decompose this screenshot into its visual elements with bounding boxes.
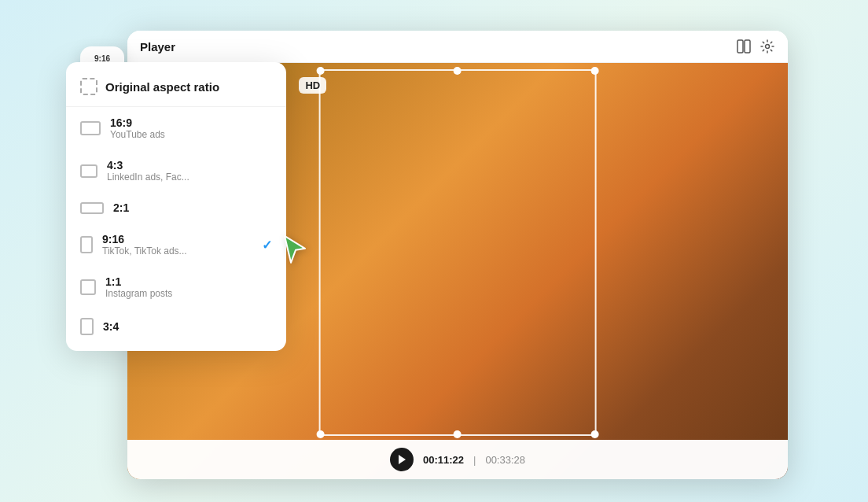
player-title: Player [140, 40, 175, 54]
ratio-icon-9-16 [80, 236, 93, 253]
svg-point-2 [766, 45, 770, 49]
ratio-label-4-3: 4:3 [107, 159, 272, 172]
hd-badge: HD [299, 77, 326, 94]
ratio-label-1-1: 1:1 [105, 275, 272, 288]
selected-checkmark: ✓ [262, 238, 272, 253]
ratio-icon-4-3 [80, 164, 97, 178]
play-button[interactable] [390, 448, 414, 471]
dropdown-header: Original aspect ratio [66, 68, 286, 107]
ratio-label-16-9: 16:9 [110, 116, 272, 129]
ratio-item-4-3[interactable]: 4:3 LinkedIn ads, Fac... [66, 149, 286, 192]
crop-corner-tl[interactable] [317, 67, 325, 75]
dropdown-header-text: Original aspect ratio [105, 80, 219, 94]
player-controls: 00:11:22 | 00:33:28 [127, 440, 788, 479]
ratio-text-16-9: 16:9 YouTube ads [110, 116, 272, 140]
ratio-desc-1-1: Instagram posts [105, 288, 272, 299]
ratio-label-2-1: 2:1 [113, 201, 272, 214]
time-divider: | [473, 454, 476, 466]
ratio-item-16-9[interactable]: 16:9 YouTube ads [66, 107, 286, 149]
ratio-desc-4-3: LinkedIn ads, Fac... [107, 172, 272, 183]
time-total: 00:33:28 [485, 454, 525, 466]
crop-corner-tr[interactable] [590, 67, 598, 75]
player-titlebar: Player [127, 31, 788, 63]
crop-corner-br[interactable] [590, 430, 598, 438]
ratio-text-4-3: 4:3 LinkedIn ads, Fac... [107, 159, 272, 183]
ratio-item-3-4[interactable]: 3:4 [66, 308, 286, 345]
svg-rect-0 [737, 40, 743, 53]
ratio-text-3-4: 3:4 [103, 320, 272, 333]
ratio-item-9-16[interactable]: 9:16 TikTok, TikTok ads... ✓ [66, 223, 286, 266]
aspect-ratio-dropdown: Original aspect ratio 16:9 YouTube ads 4… [66, 62, 286, 351]
original-ratio-icon [80, 78, 97, 95]
play-icon [399, 455, 406, 464]
scene-wrapper: 9:16 ♪ Player [80, 23, 788, 479]
ratio-icon-16-9 [80, 121, 101, 135]
svg-rect-1 [745, 40, 750, 53]
settings-icon[interactable] [760, 39, 775, 54]
crop-corner-bm[interactable] [454, 430, 462, 438]
crop-corner-tm[interactable] [454, 67, 462, 75]
ratio-text-2-1: 2:1 [113, 201, 272, 214]
titlebar-actions [736, 39, 775, 54]
ratio-desc-9-16: TikTok, TikTok ads... [102, 245, 252, 257]
ratio-icon-2-1 [80, 202, 104, 214]
ratio-item-1-1[interactable]: 1:1 Instagram posts [66, 266, 286, 308]
crop-corner-bl[interactable] [317, 430, 325, 438]
ratio-label-3-4: 3:4 [103, 320, 272, 333]
ratio-item-2-1[interactable]: 2:1 [66, 192, 286, 223]
crop-overlay[interactable] [319, 69, 597, 436]
ratio-text-9-16: 9:16 TikTok, TikTok ads... [102, 233, 252, 257]
layout-icon[interactable] [736, 39, 752, 54]
cursor-arrow [281, 234, 310, 269]
ratio-text-1-1: 1:1 Instagram posts [105, 275, 272, 299]
ratio-label-9-16: 9:16 [102, 233, 252, 245]
ratio-desc-16-9: YouTube ads [110, 129, 272, 140]
ratio-icon-3-4 [80, 318, 94, 335]
ratio-icon-1-1 [80, 279, 96, 295]
time-current: 00:11:22 [423, 454, 464, 466]
